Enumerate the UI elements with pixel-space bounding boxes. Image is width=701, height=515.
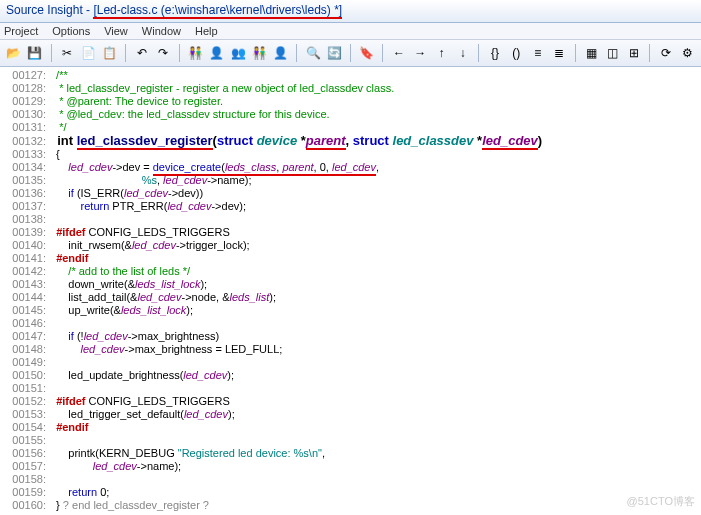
sym3-button[interactable]: ≡ <box>528 43 547 63</box>
code-line-00144[interactable]: 00144 list_add_tail(&led_cdev->node, &le… <box>4 291 701 304</box>
menu-window[interactable]: Window <box>142 25 181 37</box>
code-line-00159[interactable]: 00159 return 0; <box>4 486 701 499</box>
bookmark-button[interactable]: 🔖 <box>357 43 376 63</box>
line-number: 00149 <box>4 356 46 369</box>
win1-button[interactable]: ▦ <box>582 43 601 63</box>
code-line-00132[interactable]: 00132 int led_classdev_register(struct d… <box>4 134 701 148</box>
line-number: 00146 <box>4 317 46 330</box>
line-number: 00130 <box>4 108 46 121</box>
separator <box>179 44 180 62</box>
up-button[interactable]: ↑ <box>432 43 451 63</box>
code-line-00160[interactable]: 00160 } ? end led_classdev_register ? <box>4 499 701 512</box>
line-number: 00148 <box>4 343 46 356</box>
sync-button[interactable]: ⟳ <box>656 43 675 63</box>
win3-button[interactable]: ⊞ <box>624 43 643 63</box>
code-line-00153[interactable]: 00153 led_trigger_set_default(led_cdev); <box>4 408 701 421</box>
code-line-00136[interactable]: 00136 if (IS_ERR(led_cdev->dev)) <box>4 187 701 200</box>
paste-button[interactable]: 📋 <box>100 43 119 63</box>
code-line-00138[interactable]: 00138 <box>4 213 701 226</box>
line-number: 00150 <box>4 369 46 382</box>
code-line-00139[interactable]: 00139 #ifdef CONFIG_LEDS_TRIGGERS <box>4 226 701 239</box>
code-line-00150[interactable]: 00150 led_update_brightness(led_cdev); <box>4 369 701 382</box>
menu-help[interactable]: Help <box>195 25 218 37</box>
code-line-00147[interactable]: 00147 if (!led_cdev->max_brightness) <box>4 330 701 343</box>
line-number: 00135 <box>4 174 46 187</box>
line-number: 00157 <box>4 460 46 473</box>
separator <box>296 44 297 62</box>
undo-button[interactable]: ↶ <box>132 43 151 63</box>
sym4-button[interactable]: ≣ <box>549 43 568 63</box>
line-number: 00136 <box>4 187 46 200</box>
code-editor[interactable]: 00127 /**00128 * led_classdev_register -… <box>0 67 701 512</box>
code-line-00128[interactable]: 00128 * led_classdev_register - register… <box>4 82 701 95</box>
code-line-00154[interactable]: 00154 #endif <box>4 421 701 434</box>
line-number: 00155 <box>4 434 46 447</box>
nav4-button[interactable]: 👫 <box>250 43 269 63</box>
down-button[interactable]: ↓ <box>453 43 472 63</box>
code-line-00145[interactable]: 00145 up_write(&leds_list_lock); <box>4 304 701 317</box>
file-path: [Led-class.c (e:\winshare\kernel\drivers… <box>93 3 342 19</box>
line-number: 00127 <box>4 69 46 82</box>
code-line-00152[interactable]: 00152 #ifdef CONFIG_LEDS_TRIGGERS <box>4 395 701 408</box>
nav5-button[interactable]: 👤 <box>271 43 290 63</box>
code-line-00141[interactable]: 00141 #endif <box>4 252 701 265</box>
menu-options[interactable]: Options <box>52 25 90 37</box>
separator <box>125 44 126 62</box>
sym1-button[interactable]: {} <box>485 43 504 63</box>
menubar: ProjectOptionsViewWindowHelp <box>0 23 701 40</box>
code-line-00146[interactable]: 00146 <box>4 317 701 330</box>
line-number: 00158 <box>4 473 46 486</box>
replace-button[interactable]: 🔄 <box>325 43 344 63</box>
line-number: 00141 <box>4 252 46 265</box>
find-button[interactable]: 🔍 <box>303 43 322 63</box>
code-line-00158[interactable]: 00158 <box>4 473 701 486</box>
code-line-00127[interactable]: 00127 /** <box>4 69 701 82</box>
code-line-00142[interactable]: 00142 /* add to the list of leds */ <box>4 265 701 278</box>
code-line-00137[interactable]: 00137 return PTR_ERR(led_cdev->dev); <box>4 200 701 213</box>
line-number: 00134 <box>4 161 46 174</box>
sym2-button[interactable]: () <box>507 43 526 63</box>
code-line-00143[interactable]: 00143 down_write(&leds_list_lock); <box>4 278 701 291</box>
line-number: 00142 <box>4 265 46 278</box>
line-number: 00137 <box>4 200 46 213</box>
separator <box>575 44 576 62</box>
copy-button[interactable]: 📄 <box>79 43 98 63</box>
nav2-button[interactable]: 👤 <box>207 43 226 63</box>
cut-button[interactable]: ✂ <box>58 43 77 63</box>
code-line-00148[interactable]: 00148 led_cdev->max_brightness = LED_FUL… <box>4 343 701 356</box>
code-line-00130[interactable]: 00130 * @led_cdev: the led_classdev stru… <box>4 108 701 121</box>
fwd-button[interactable]: → <box>411 43 430 63</box>
app-name: Source Insight - <box>6 3 93 17</box>
cfg-button[interactable]: ⚙ <box>678 43 697 63</box>
line-number: 00128 <box>4 82 46 95</box>
code-line-00129[interactable]: 00129 * @parent: The device to register. <box>4 95 701 108</box>
menu-view[interactable]: View <box>104 25 128 37</box>
line-number: 00152 <box>4 395 46 408</box>
toolbar: 📂💾✂📄📋↶↷👫👤👥👫👤🔍🔄🔖←→↑↓{}()≡≣▦◫⊞⟳⚙ <box>0 40 701 67</box>
code-line-00155[interactable]: 00155 <box>4 434 701 447</box>
line-number: 00156 <box>4 447 46 460</box>
back-button[interactable]: ← <box>389 43 408 63</box>
code-line-00140[interactable]: 00140 init_rwsem(&led_cdev->trigger_lock… <box>4 239 701 252</box>
nav3-button[interactable]: 👥 <box>229 43 248 63</box>
save-button[interactable]: 💾 <box>25 43 44 63</box>
redo-button[interactable]: ↷ <box>154 43 173 63</box>
line-number: 00132 <box>4 135 46 148</box>
line-number: 00151 <box>4 382 46 395</box>
open-button[interactable]: 📂 <box>4 43 23 63</box>
code-line-00149[interactable]: 00149 <box>4 356 701 369</box>
line-number: 00144 <box>4 291 46 304</box>
line-number: 00133 <box>4 148 46 161</box>
menu-project[interactable]: Project <box>4 25 38 37</box>
code-line-00157[interactable]: 00157 led_cdev->name); <box>4 460 701 473</box>
code-line-00134[interactable]: 00134 led_cdev->dev = device_create(leds… <box>4 161 701 174</box>
line-number: 00147 <box>4 330 46 343</box>
nav1-button[interactable]: 👫 <box>186 43 205 63</box>
code-line-00156[interactable]: 00156 printk(KERN_DEBUG "Registered led … <box>4 447 701 460</box>
line-number: 00138 <box>4 213 46 226</box>
separator <box>51 44 52 62</box>
line-number: 00131 <box>4 121 46 134</box>
win2-button[interactable]: ◫ <box>603 43 622 63</box>
code-line-00151[interactable]: 00151 <box>4 382 701 395</box>
line-number: 00154 <box>4 421 46 434</box>
